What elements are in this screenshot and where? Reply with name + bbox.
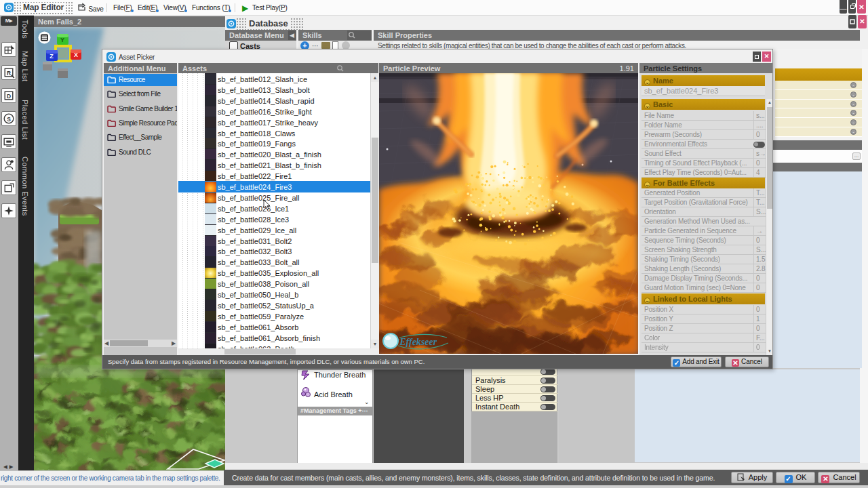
svg-text:Effekseer: Effekseer — [399, 337, 437, 347]
svg-text:Y: Y — [60, 37, 64, 43]
svg-text:X: X — [74, 52, 78, 58]
svg-text:D: D — [7, 93, 11, 100]
svg-text:S: S — [7, 116, 11, 123]
svg-text:Z: Z — [50, 53, 54, 60]
svg-text:R: R — [7, 70, 11, 77]
